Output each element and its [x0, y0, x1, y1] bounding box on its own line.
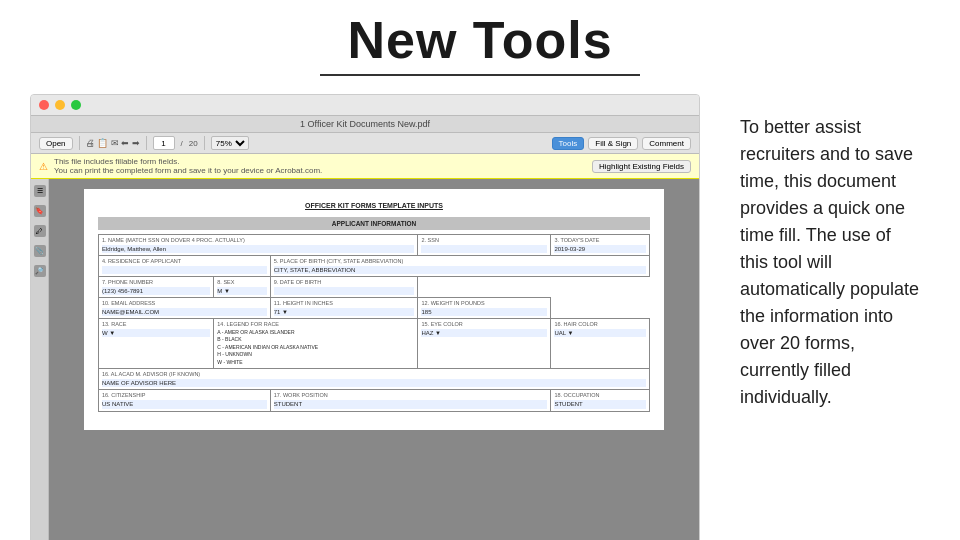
table-row: 10. EMAIL ADDRESS NAME@EMAIL.COM 11. HEI… [99, 298, 650, 319]
field-label: 7. PHONE NUMBER [102, 279, 210, 287]
sidebar-icon-5[interactable]: 🔎 [34, 265, 46, 277]
table-row: 16. CITIZENSHIP US NATIVE 17. WORK POSIT… [99, 390, 650, 411]
right-panel: To better assist recruiters and to save … [730, 94, 930, 540]
pdf-page-title: OFFICER KIT FORMS TEMPLATE INPUTS [98, 201, 650, 211]
sidebar-icon-1[interactable]: ☰ [34, 185, 46, 197]
table-row: 1. NAME (MATCH SSN ON DOVER 4 PROC. ACTU… [99, 234, 650, 255]
table-cell: 16. HAIR COLOR UAL ▼ [551, 319, 650, 369]
field-value: W ▼ [102, 329, 210, 337]
field-value: 71 ▼ [274, 308, 415, 316]
field-label: 8. SEX [217, 279, 266, 287]
description-text: To better assist recruiters and to save … [740, 114, 920, 411]
field-label: 16. AL ACAD M. ADVISOR (IF KNOWN) [102, 371, 646, 379]
field-label: 9. DATE OF BIRTH [274, 279, 415, 287]
table-cell: 1. NAME (MATCH SSN ON DOVER 4 PROC. ACTU… [99, 234, 418, 255]
pdf-viewer: 1 Officer Kit Documents New.pdf Open 🖨 📋… [30, 94, 700, 540]
field-value: HAZ ▼ [421, 329, 547, 337]
content-area: 1 Officer Kit Documents New.pdf Open 🖨 📋… [0, 94, 960, 540]
field-label: 16. HAIR COLOR [554, 321, 646, 329]
field-label: 13. RACE [102, 321, 210, 329]
field-label: 4. RESIDENCE OF APPLICANT [102, 258, 267, 266]
sidebar-icon-3[interactable]: 🖊 [34, 225, 46, 237]
pdf-sidebar: ☰ 🔖 🖊 📎 🔎 [31, 179, 49, 540]
field-label: 14. LEGEND FOR RACE [217, 321, 414, 329]
toolbar-right: Tools Fill & Sign Comment [552, 137, 691, 150]
table-cell: 16. AL ACAD M. ADVISOR (IF KNOWN) NAME O… [99, 369, 650, 390]
field-value [102, 266, 267, 274]
field-label: 15. EYE COLOR [421, 321, 547, 329]
notif-text: This file includes fillable form fields.… [54, 157, 322, 175]
field-value: CITY, STATE, ABBREVIATION [274, 266, 646, 274]
notif-line1: This file includes fillable form fields. [54, 157, 322, 166]
pdf-filename: 1 Officer Kit Documents New.pdf [300, 119, 430, 129]
page-number-input[interactable] [153, 136, 175, 150]
tools-button[interactable]: Tools [552, 137, 585, 150]
table-cell: 7. PHONE NUMBER (123) 456-7891 [99, 277, 214, 298]
field-value [274, 287, 415, 295]
window-chrome [31, 95, 699, 116]
table-cell: 13. RACE W ▼ [99, 319, 214, 369]
field-value: A - AMER OR ALASKA ISLANDERB - BLACKC - … [217, 329, 414, 367]
minimize-button[interactable] [55, 100, 65, 110]
field-value: 185 [421, 308, 547, 316]
field-label: 1. NAME (MATCH SSN ON DOVER 4 PROC. ACTU… [102, 237, 414, 245]
field-value: M ▼ [217, 287, 266, 295]
page-of: / [181, 139, 183, 148]
field-label: 12. WEIGHT IN POUNDS [421, 300, 547, 308]
field-value: (123) 456-7891 [102, 287, 210, 295]
field-label: 17. WORK POSITION [274, 392, 548, 400]
page-total: 20 [189, 139, 198, 148]
title-underline [320, 74, 640, 76]
toolbar: Open 🖨 📋 ✉ ⬅ ➡ / 20 75% 50% 100% Tools F… [31, 133, 699, 154]
table-cell: 4. RESIDENCE OF APPLICANT [99, 255, 271, 276]
field-value: Eldridge, Matthew, Allen [102, 245, 414, 253]
field-value: STUDENT [554, 400, 646, 408]
table-cell: 8. SEX M ▼ [214, 277, 270, 298]
field-label: 18. OCCUPATION [554, 392, 646, 400]
sidebar-icon-2[interactable]: 🔖 [34, 205, 46, 217]
table-cell: 16. CITIZENSHIP US NATIVE [99, 390, 271, 411]
table-cell: 2. SSN [418, 234, 551, 255]
table-row: 4. RESIDENCE OF APPLICANT 5. PLACE OF BI… [99, 255, 650, 276]
open-button[interactable]: Open [39, 137, 73, 150]
close-button[interactable] [39, 100, 49, 110]
field-label: 16. CITIZENSHIP [102, 392, 267, 400]
pdf-section-header: APPLICANT INFORMATION [98, 217, 650, 230]
window-title: 1 Officer Kit Documents New.pdf [31, 116, 699, 133]
notif-line2: You can print the completed form and sav… [54, 166, 322, 175]
field-value: NAME OF ADVISOR HERE [102, 379, 646, 387]
field-value: STUDENT [274, 400, 548, 408]
table-cell: 15. EYE COLOR HAZ ▼ [418, 319, 551, 369]
comment-button[interactable]: Comment [642, 137, 691, 150]
table-cell: 14. LEGEND FOR RACE A - AMER OR ALASKA I… [214, 319, 418, 369]
highlight-fields-button[interactable]: Highlight Existing Fields [592, 160, 691, 173]
page-title: New Tools [0, 10, 960, 70]
table-cell: 3. TODAY'S DATE 2019-03-29 [551, 234, 650, 255]
toolbar-sep-3 [204, 136, 205, 150]
table-row: 16. AL ACAD M. ADVISOR (IF KNOWN) NAME O… [99, 369, 650, 390]
field-value: NAME@EMAIL.COM [102, 308, 267, 316]
field-value [421, 245, 547, 253]
sidebar-icon-4[interactable]: 📎 [34, 245, 46, 257]
fill-sign-button[interactable]: Fill & Sign [588, 137, 638, 150]
table-cell: 10. EMAIL ADDRESS NAME@EMAIL.COM [99, 298, 271, 319]
field-value: UAL ▼ [554, 329, 646, 337]
field-value: 2019-03-29 [554, 245, 646, 253]
table-cell: 5. PLACE OF BIRTH (CITY, STATE ABBREVIAT… [270, 255, 649, 276]
notif-icon: ⚠ [39, 161, 48, 172]
field-label: 11. HEIGHT IN INCHES [274, 300, 415, 308]
zoom-select[interactable]: 75% 50% 100% [211, 136, 249, 150]
pdf-content: OFFICER KIT FORMS TEMPLATE INPUTS APPLIC… [49, 179, 699, 540]
table-row: 7. PHONE NUMBER (123) 456-7891 8. SEX M … [99, 277, 650, 298]
field-label: 5. PLACE OF BIRTH (CITY, STATE ABBREVIAT… [274, 258, 646, 266]
toolbar-icons: 🖨 📋 ✉ ⬅ ➡ [86, 138, 140, 148]
field-label: 10. EMAIL ADDRESS [102, 300, 267, 308]
table-cell: 12. WEIGHT IN POUNDS 185 [418, 298, 551, 319]
field-label: 2. SSN [421, 237, 547, 245]
pdf-form-table: 1. NAME (MATCH SSN ON DOVER 4 PROC. ACTU… [98, 234, 650, 412]
notification-bar: ⚠ This file includes fillable form field… [31, 154, 699, 179]
table-cell: 9. DATE OF BIRTH [270, 277, 418, 298]
pdf-page: OFFICER KIT FORMS TEMPLATE INPUTS APPLIC… [84, 189, 664, 430]
maximize-button[interactable] [71, 100, 81, 110]
table-cell: 18. OCCUPATION STUDENT [551, 390, 650, 411]
